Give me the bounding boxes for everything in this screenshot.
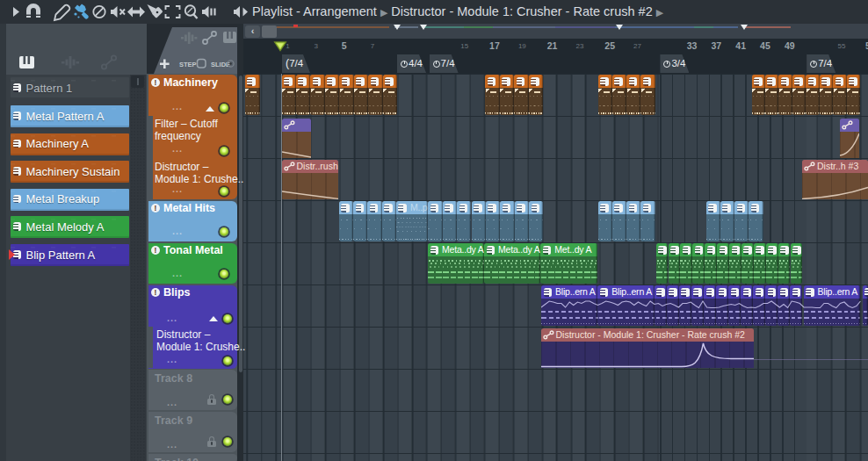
svg-text:STEP: STEP <box>179 61 197 68</box>
